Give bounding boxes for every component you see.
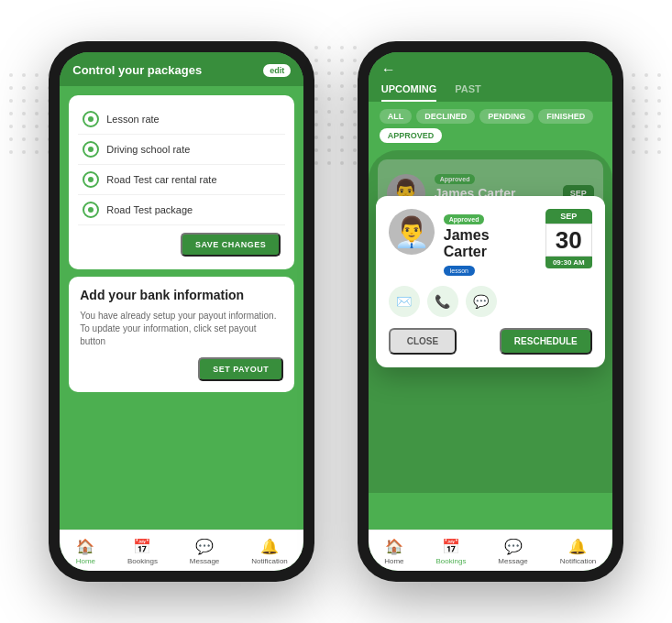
package-label: Road Test car rental rate	[106, 174, 216, 185]
popup-info: Approved James Carter lesson	[444, 209, 536, 277]
filter-approved[interactable]: APPROVED	[380, 128, 443, 143]
popup-actions: ✉️ 📞 💬	[389, 286, 592, 317]
nav2-home-label: Home	[384, 557, 403, 565]
phone1-content: Lesson rate Driving school rate Road Tes…	[60, 86, 303, 530]
popup-time: 09:30 AM	[545, 257, 592, 268]
message-icon: 💬	[504, 538, 523, 555]
filter-bar: ALL DECLINED PENDING FINISHED APPROVED	[369, 102, 612, 150]
nav2-home[interactable]: 🏠 Home	[384, 538, 403, 565]
package-icon	[83, 202, 99, 218]
message-icon: 💬	[195, 538, 214, 555]
phone1-nav: 🏠 Home 📅 Bookings 💬 Message 🔔 Notificati…	[60, 530, 303, 571]
notification-icon: 🔔	[260, 538, 279, 555]
filter-all[interactable]: ALL	[380, 109, 413, 124]
phone2-content: 👨‍💼 Approved James Carter lesson SEP	[369, 150, 612, 530]
nav-notification[interactable]: 🔔 Notification	[251, 538, 288, 565]
back-arrow[interactable]: ←	[381, 61, 600, 78]
package-label: Driving school rate	[106, 144, 190, 155]
popup-lesson-badge: lesson	[444, 266, 475, 276]
phone2-header: ← UPCOMING PAST	[369, 52, 612, 102]
package-label: Lesson rate	[106, 114, 159, 125]
set-payout-button[interactable]: SET PAYOUT	[198, 357, 283, 381]
bank-title: Add your bank information	[80, 288, 283, 302]
nav2-notification-label: Notification	[560, 557, 597, 565]
popup-date: SEP 30 09:30 AM	[545, 209, 592, 268]
nav-bookings[interactable]: 📅 Bookings	[127, 538, 158, 565]
phone2: ← UPCOMING PAST ALL DECLINED PENDING FIN…	[358, 41, 623, 582]
nav2-bookings[interactable]: 📅 Bookings	[435, 538, 466, 565]
filter-pending[interactable]: PENDING	[479, 109, 534, 124]
nav2-notification[interactable]: 🔔 Notification	[560, 538, 597, 565]
popup-avatar-icon: 👨‍💼	[393, 214, 430, 249]
filter-declined[interactable]: DECLINED	[416, 109, 475, 124]
phone1: Control your packages edit Lesson rate D…	[49, 41, 314, 582]
edit-badge[interactable]: edit	[263, 64, 291, 77]
home-icon: 🏠	[385, 538, 403, 555]
chat-action[interactable]: 💬	[466, 286, 497, 317]
popup-approved-badge: Approved	[444, 214, 485, 224]
save-changes-button[interactable]: SAVE CHANGES	[181, 233, 281, 257]
home-icon: 🏠	[76, 538, 94, 555]
popup-avatar: 👨‍💼	[389, 209, 435, 255]
nav-message[interactable]: 💬 Message	[190, 538, 219, 565]
package-icon	[83, 171, 99, 188]
reschedule-button[interactable]: RESCHEDULE	[500, 328, 592, 355]
nav2-bookings-label: Bookings	[435, 557, 466, 565]
nav-home[interactable]: 🏠 Home	[76, 538, 95, 565]
package-label: Road Test package	[106, 204, 193, 215]
notification-icon: 🔔	[568, 538, 587, 555]
package-icon	[83, 141, 99, 158]
packages-section: Lesson rate Driving school rate Road Tes…	[69, 95, 294, 269]
bank-section: Add your bank information You have alrea…	[69, 277, 294, 392]
nav2-message-label: Message	[498, 557, 527, 565]
nav-message-label: Message	[190, 557, 219, 565]
phone1-inner: Control your packages edit Lesson rate D…	[60, 52, 303, 571]
package-item[interactable]: Road Test car rental rate	[78, 165, 285, 195]
phone2-inner: ← UPCOMING PAST ALL DECLINED PENDING FIN…	[369, 52, 612, 571]
package-item[interactable]: Lesson rate	[78, 104, 285, 135]
package-item[interactable]: Driving school rate	[78, 135, 285, 165]
phone2-nav: 🏠 Home 📅 Bookings 💬 Message 🔔 Notificati…	[369, 530, 612, 571]
close-button[interactable]: CLOSE	[389, 328, 457, 355]
popup-buttons: CLOSE RESCHEDULE	[389, 328, 592, 355]
bookings-icon: 📅	[442, 538, 460, 555]
filter-finished[interactable]: FINISHED	[538, 109, 593, 124]
nav2-message[interactable]: 💬 Message	[498, 538, 527, 565]
popup-name: James Carter	[444, 227, 536, 260]
nav-notification-label: Notification	[251, 557, 288, 565]
package-icon	[83, 111, 99, 127]
popup-day: 30	[545, 224, 592, 257]
scene: for(let i=0;i<35;i++) document.currentSc…	[0, 0, 672, 623]
tab-upcoming[interactable]: UPCOMING	[381, 83, 437, 102]
popup-top: 👨‍💼 Approved James Carter lesson SEP 30 …	[389, 209, 592, 277]
popup-card: 👨‍💼 Approved James Carter lesson SEP 30 …	[376, 196, 605, 367]
email-action[interactable]: ✉️	[389, 286, 420, 317]
nav-home-label: Home	[76, 557, 95, 565]
phone-action[interactable]: 📞	[427, 286, 458, 317]
bookings-icon: 📅	[133, 538, 151, 555]
save-btn-wrap: SAVE CHANGES	[78, 225, 285, 260]
tab-past[interactable]: PAST	[455, 83, 481, 102]
packages-title: Control your packages	[72, 63, 202, 77]
bank-description: You have already setup your payout infor…	[80, 310, 283, 348]
nav-bookings-label: Bookings	[127, 557, 158, 565]
payout-btn-wrap: SET PAYOUT	[80, 357, 283, 381]
dots-mid: for(let i=0;i<40;i++) document.currentSc…	[314, 46, 358, 167]
tab-bar: UPCOMING PAST	[381, 83, 600, 102]
phone1-header: Control your packages edit	[60, 52, 303, 86]
popup-month: SEP	[545, 209, 592, 224]
package-item[interactable]: Road Test package	[78, 195, 285, 225]
